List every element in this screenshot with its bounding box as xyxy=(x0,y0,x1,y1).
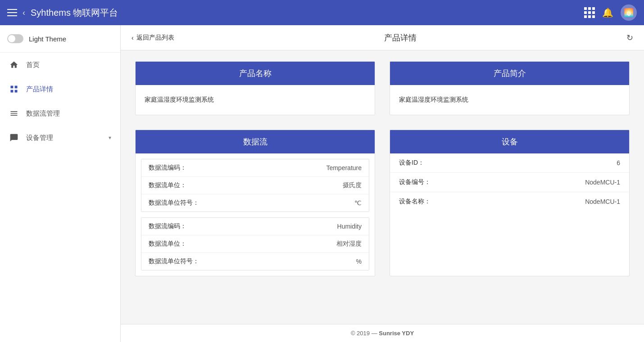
product-intro-card-body: 家庭温湿度环境监测系统 xyxy=(390,85,629,115)
datastream-item-temperature: 数据流编码： Temperature 数据流单位： 摄氏度 数据流单位符号： ℃ xyxy=(141,159,369,212)
sidebar-item-data-management[interactable]: 数据流管理 xyxy=(0,101,120,126)
cards-row-2: 数据流 数据流编码： Temperature 数据流单位： 摄氏度 xyxy=(135,130,630,276)
datastream-unit-label-2: 数据流单位： xyxy=(149,240,186,248)
datastream-code-row-2: 数据流编码： Humidity xyxy=(141,218,369,235)
header-right: 🔔 🌅 xyxy=(584,4,637,21)
datastream-code-row-1: 数据流编码： Temperature xyxy=(141,159,369,177)
apps-icon[interactable] xyxy=(584,7,595,18)
page-title: 产品详情 xyxy=(384,32,417,43)
datastream-unit-value-2: 相对湿度 xyxy=(336,240,362,248)
datastream-unit-label-1: 数据流单位： xyxy=(149,181,186,189)
footer-text: © 2019 — xyxy=(351,330,379,337)
back-chevron-icon: ‹ xyxy=(132,34,134,41)
product-intro-value: 家庭温湿度环境监测系统 xyxy=(399,92,620,108)
theme-toggle-row: Light Theme xyxy=(0,25,120,53)
device-icon xyxy=(9,133,19,143)
header-title: Syhthems 物联网平台 xyxy=(31,7,118,19)
refresh-icon[interactable]: ↻ xyxy=(626,33,633,43)
device-name-label: 设备名称： xyxy=(399,198,431,206)
cards-area: 产品名称 家庭温湿度环境监测系统 产品简介 家庭温湿度环境监测系统 数据流 xyxy=(121,50,644,324)
datastream-symbol-label-2: 数据流单位符号： xyxy=(149,257,199,266)
top-header: ‹ Syhthems 物联网平台 🔔 🌅 xyxy=(0,0,644,25)
device-code-label: 设备编号： xyxy=(399,178,431,186)
device-id-label: 设备ID： xyxy=(399,159,424,167)
device-name-row: 设备名称： NodeMCU-1 xyxy=(390,192,629,211)
home-icon xyxy=(9,60,19,70)
main-layout: Light Theme 首页 产品详情 数据流管理 设备管理 ▾ xyxy=(0,25,644,342)
sidebar-item-device-management[interactable]: 设备管理 ▾ xyxy=(0,126,120,150)
header-left: ‹ Syhthems 物联网平台 xyxy=(7,7,118,19)
datastream-items: 数据流编码： Temperature 数据流单位： 摄氏度 数据流单位符号： ℃ xyxy=(136,159,375,270)
datastream-item-humidity: 数据流编码： Humidity 数据流单位： 相对湿度 数据流单位符号： % xyxy=(141,217,369,270)
device-code-row: 设备编号： NodeMCU-1 xyxy=(390,173,629,192)
sidebar-item-product-detail[interactable]: 产品详情 xyxy=(0,77,120,101)
header-back-arrow[interactable]: ‹ xyxy=(23,8,25,18)
cards-row-1: 产品名称 家庭温湿度环境监测系统 产品简介 家庭温湿度环境监测系统 xyxy=(135,61,630,115)
datastream-code-value-2: Humidity xyxy=(337,223,362,230)
grid-icon xyxy=(9,84,19,94)
bell-icon[interactable]: 🔔 xyxy=(602,7,613,18)
datastream-symbol-label-1: 数据流单位符号： xyxy=(149,199,199,207)
footer: © 2019 — Sunrise YDY xyxy=(121,324,644,342)
sidebar: Light Theme 首页 产品详情 数据流管理 设备管理 ▾ xyxy=(0,25,121,342)
datastream-symbol-value-1: ℃ xyxy=(354,199,362,207)
back-link[interactable]: ‹ 返回产品列表 xyxy=(132,34,174,42)
back-link-label: 返回产品列表 xyxy=(136,34,174,42)
datastream-code-value-1: Temperature xyxy=(326,164,362,171)
datastream-unit-row-1: 数据流单位： 摄氏度 xyxy=(141,177,369,194)
nav-data-management-label: 数据流管理 xyxy=(26,109,60,118)
nav-home-label: 首页 xyxy=(26,61,40,69)
datastream-unit-row-2: 数据流单位： 相对湿度 xyxy=(141,235,369,253)
device-code-value: NodeMCU-1 xyxy=(585,179,620,186)
footer-brand: Sunrise YDY xyxy=(379,330,414,337)
device-name-value: NodeMCU-1 xyxy=(585,198,620,205)
theme-label: Light Theme xyxy=(29,35,66,43)
product-intro-card-header: 产品简介 xyxy=(390,62,629,85)
device-id-value: 6 xyxy=(617,159,620,166)
nav-product-detail-label: 产品详情 xyxy=(26,85,53,94)
avatar[interactable]: 🌅 xyxy=(621,4,637,21)
device-id-row: 设备ID： 6 xyxy=(390,153,629,173)
hamburger-icon[interactable] xyxy=(7,9,17,16)
device-rows: 设备ID： 6 设备编号： NodeMCU-1 设备名称： NodeMCU-1 xyxy=(390,153,629,211)
page-header: ‹ 返回产品列表 产品详情 ↻ xyxy=(121,25,644,50)
datastream-symbol-row-1: 数据流单位符号： ℃ xyxy=(141,194,369,212)
product-name-card-header: 产品名称 xyxy=(136,62,375,85)
product-name-card: 产品名称 家庭温湿度环境监测系统 xyxy=(135,61,375,115)
sidebar-item-home[interactable]: 首页 xyxy=(0,53,120,77)
datastream-card: 数据流 数据流编码： Temperature 数据流单位： 摄氏度 xyxy=(135,130,375,276)
datastream-code-label-2: 数据流编码： xyxy=(149,222,186,230)
main-content: ‹ 返回产品列表 产品详情 ↻ 产品名称 家庭温湿度环境监测系统 产品简介 家 xyxy=(121,25,644,342)
theme-toggle[interactable] xyxy=(7,34,23,43)
datastream-symbol-row-2: 数据流单位符号： % xyxy=(141,253,369,270)
datastream-symbol-value-2: % xyxy=(356,258,362,265)
expand-arrow-icon: ▾ xyxy=(109,135,111,141)
nav-device-management-label: 设备管理 xyxy=(26,134,53,142)
list-icon xyxy=(9,108,19,118)
product-name-card-body: 家庭温湿度环境监测系统 xyxy=(136,85,375,115)
datastream-code-label-1: 数据流编码： xyxy=(149,164,186,172)
product-name-value: 家庭温湿度环境监测系统 xyxy=(145,92,366,108)
device-card: 设备 设备ID： 6 设备编号： NodeMCU-1 设备名称： NodeMCU xyxy=(390,130,630,276)
datastream-unit-value-1: 摄氏度 xyxy=(343,181,362,189)
datastream-card-header: 数据流 xyxy=(136,130,375,153)
product-intro-card: 产品简介 家庭温湿度环境监测系统 xyxy=(390,61,630,115)
device-card-header: 设备 xyxy=(390,130,629,153)
